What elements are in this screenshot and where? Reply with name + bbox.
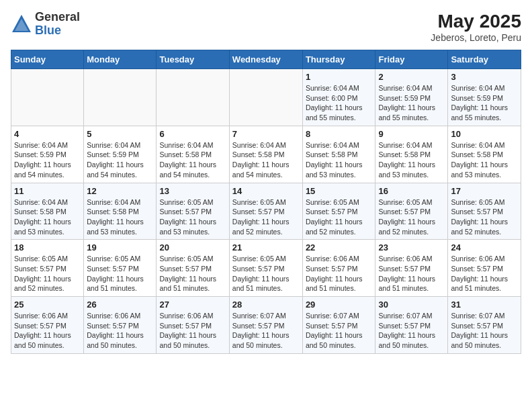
day-number: 27 [159,300,226,310]
day-detail: Sunrise: 6:04 AM Sunset: 6:00 PM Dayligh… [306,83,373,123]
day-detail: Sunrise: 6:05 AM Sunset: 5:57 PM Dayligh… [87,254,153,293]
calendar-week-row: 1Sunrise: 6:04 AM Sunset: 6:00 PM Daylig… [11,69,521,126]
location-subtitle: Jeberos, Loreto, Peru [431,32,521,43]
logo-text: General Blue [35,11,80,38]
calendar-cell: 6Sunrise: 6:04 AM Sunset: 5:58 PM Daylig… [157,126,229,183]
calendar-cell: 29Sunrise: 6:07 AM Sunset: 5:57 PM Dayli… [302,297,375,354]
day-detail: Sunrise: 6:05 AM Sunset: 5:57 PM Dayligh… [159,197,226,237]
day-detail: Sunrise: 6:07 AM Sunset: 5:57 PM Dayligh… [306,311,373,351]
calendar-cell: 28Sunrise: 6:07 AM Sunset: 5:57 PM Dayli… [229,297,302,354]
day-number: 29 [306,300,373,310]
calendar-cell: 16Sunrise: 6:05 AM Sunset: 5:57 PM Dayli… [375,183,448,240]
calendar-week-row: 18Sunrise: 6:05 AM Sunset: 5:57 PM Dayli… [11,240,521,297]
day-detail: Sunrise: 6:04 AM Sunset: 5:59 PM Dayligh… [378,83,445,123]
logo: General Blue [11,11,80,38]
day-number: 18 [14,242,81,253]
calendar-cell: 26Sunrise: 6:06 AM Sunset: 5:57 PM Dayli… [84,297,157,354]
calendar-week-row: 11Sunrise: 6:04 AM Sunset: 5:58 PM Dayli… [11,183,521,240]
day-number: 6 [159,129,226,139]
day-number: 14 [232,186,300,196]
calendar-cell [11,69,84,126]
day-detail: Sunrise: 6:04 AM Sunset: 5:58 PM Dayligh… [451,140,518,180]
day-number: 24 [451,242,518,253]
day-number: 8 [306,129,373,139]
calendar-cell: 24Sunrise: 6:06 AM Sunset: 5:57 PM Dayli… [448,240,521,297]
day-detail: Sunrise: 6:04 AM Sunset: 5:58 PM Dayligh… [306,140,373,180]
day-detail: Sunrise: 6:04 AM Sunset: 5:58 PM Dayligh… [378,140,445,180]
day-detail: Sunrise: 6:07 AM Sunset: 5:57 PM Dayligh… [451,311,518,351]
day-number: 23 [378,242,445,253]
day-detail: Sunrise: 6:05 AM Sunset: 5:57 PM Dayligh… [159,254,226,293]
day-number: 16 [378,186,445,196]
day-detail: Sunrise: 6:05 AM Sunset: 5:57 PM Dayligh… [378,197,445,237]
day-detail: Sunrise: 6:06 AM Sunset: 5:57 PM Dayligh… [159,311,226,351]
day-detail: Sunrise: 6:05 AM Sunset: 5:57 PM Dayligh… [232,197,300,237]
day-number: 15 [306,186,373,196]
calendar-cell: 27Sunrise: 6:06 AM Sunset: 5:57 PM Dayli… [157,297,229,354]
day-detail: Sunrise: 6:07 AM Sunset: 5:57 PM Dayligh… [232,311,300,351]
calendar-cell: 14Sunrise: 6:05 AM Sunset: 5:57 PM Dayli… [229,183,302,240]
day-detail: Sunrise: 6:04 AM Sunset: 5:58 PM Dayligh… [14,197,81,237]
day-number: 10 [451,129,518,139]
day-detail: Sunrise: 6:04 AM Sunset: 5:59 PM Dayligh… [14,140,81,180]
day-number: 5 [87,129,153,139]
day-detail: Sunrise: 6:07 AM Sunset: 5:57 PM Dayligh… [378,311,445,351]
day-number: 28 [232,300,300,310]
calendar-cell: 1Sunrise: 6:04 AM Sunset: 6:00 PM Daylig… [302,69,375,126]
calendar-cell: 19Sunrise: 6:05 AM Sunset: 5:57 PM Dayli… [84,240,157,297]
day-detail: Sunrise: 6:05 AM Sunset: 5:57 PM Dayligh… [14,254,81,293]
day-number: 17 [451,186,518,196]
day-number: 13 [159,186,226,196]
day-number: 21 [232,242,300,253]
weekday-header-row: SundayMondayTuesdayWednesdayThursdayFrid… [11,50,521,69]
calendar-cell: 8Sunrise: 6:04 AM Sunset: 5:58 PM Daylig… [302,126,375,183]
day-detail: Sunrise: 6:04 AM Sunset: 5:59 PM Dayligh… [451,83,518,123]
day-number: 9 [378,129,445,139]
calendar-cell: 3Sunrise: 6:04 AM Sunset: 5:59 PM Daylig… [448,69,521,126]
day-number: 25 [14,300,81,310]
day-number: 20 [159,242,226,253]
calendar-cell: 10Sunrise: 6:04 AM Sunset: 5:58 PM Dayli… [448,126,521,183]
calendar-cell: 21Sunrise: 6:05 AM Sunset: 5:57 PM Dayli… [229,240,302,297]
weekday-header: Wednesday [229,50,302,69]
day-detail: Sunrise: 6:06 AM Sunset: 5:57 PM Dayligh… [378,254,445,293]
month-year-title: May 2025 [431,11,521,32]
day-number: 11 [14,186,81,196]
weekday-header: Monday [84,50,157,69]
calendar-cell: 23Sunrise: 6:06 AM Sunset: 5:57 PM Dayli… [375,240,448,297]
calendar-cell: 9Sunrise: 6:04 AM Sunset: 5:58 PM Daylig… [375,126,448,183]
day-detail: Sunrise: 6:06 AM Sunset: 5:57 PM Dayligh… [87,311,153,351]
calendar-cell: 30Sunrise: 6:07 AM Sunset: 5:57 PM Dayli… [375,297,448,354]
weekday-header: Friday [375,50,448,69]
day-number: 22 [306,242,373,253]
calendar-cell [157,69,229,126]
weekday-header: Saturday [448,50,521,69]
calendar-cell: 7Sunrise: 6:04 AM Sunset: 5:58 PM Daylig… [229,126,302,183]
logo-line1: General [35,11,80,24]
day-detail: Sunrise: 6:05 AM Sunset: 5:57 PM Dayligh… [451,197,518,237]
weekday-header: Thursday [302,50,375,69]
day-number: 2 [378,72,445,82]
calendar-cell: 15Sunrise: 6:05 AM Sunset: 5:57 PM Dayli… [302,183,375,240]
day-detail: Sunrise: 6:05 AM Sunset: 5:57 PM Dayligh… [306,197,373,237]
day-number: 4 [14,129,81,139]
day-number: 3 [451,72,518,82]
calendar-week-row: 4Sunrise: 6:04 AM Sunset: 5:59 PM Daylig… [11,126,521,183]
day-number: 7 [232,129,300,139]
logo-line2: Blue [35,24,80,38]
calendar-table: SundayMondayTuesdayWednesdayThursdayFrid… [11,50,521,354]
calendar-cell: 2Sunrise: 6:04 AM Sunset: 5:59 PM Daylig… [375,69,448,126]
day-number: 12 [87,186,153,196]
day-detail: Sunrise: 6:06 AM Sunset: 5:57 PM Dayligh… [306,254,373,293]
day-detail: Sunrise: 6:06 AM Sunset: 5:57 PM Dayligh… [14,311,81,351]
calendar-cell: 18Sunrise: 6:05 AM Sunset: 5:57 PM Dayli… [11,240,84,297]
weekday-header: Tuesday [157,50,229,69]
day-number: 30 [378,300,445,310]
day-detail: Sunrise: 6:04 AM Sunset: 5:58 PM Dayligh… [232,140,300,180]
day-number: 19 [87,242,153,253]
calendar-cell [229,69,302,126]
day-detail: Sunrise: 6:06 AM Sunset: 5:57 PM Dayligh… [451,254,518,293]
day-number: 26 [87,300,153,310]
day-number: 31 [451,300,518,310]
calendar-cell: 5Sunrise: 6:04 AM Sunset: 5:59 PM Daylig… [84,126,157,183]
